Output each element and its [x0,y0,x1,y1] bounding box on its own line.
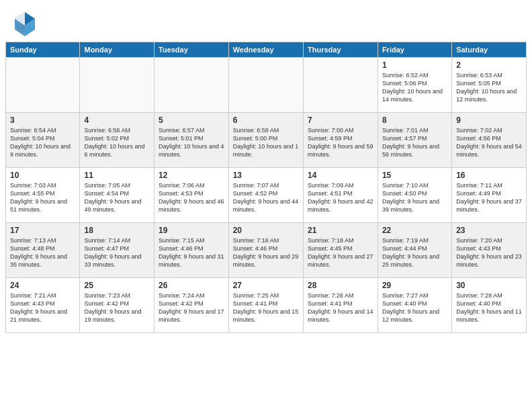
weekday-header-sunday: Sunday [6,42,80,58]
day-info: Sunrise: 6:56 AM Sunset: 5:02 PM Dayligh… [84,126,150,159]
day-cell [6,58,80,113]
calendar-outer: SundayMondayTuesdayWednesdayThursdayFrid… [0,42,532,338]
day-number: 20 [233,226,299,235]
day-cell: 3Sunrise: 6:54 AM Sunset: 5:04 PM Daylig… [6,113,80,168]
day-number: 4 [84,116,150,125]
day-cell: 5Sunrise: 6:57 AM Sunset: 5:01 PM Daylig… [154,113,229,168]
day-cell: 16Sunrise: 7:11 AM Sunset: 4:49 PM Dayli… [452,168,527,223]
day-info: Sunrise: 7:09 AM Sunset: 4:51 PM Dayligh… [308,181,373,214]
day-cell: 24Sunrise: 7:21 AM Sunset: 4:43 PM Dayli… [6,278,80,333]
day-cell: 18Sunrise: 7:14 AM Sunset: 4:47 PM Dayli… [80,223,154,278]
day-number: 2 [456,60,522,70]
day-number: 28 [308,281,373,290]
day-info: Sunrise: 7:18 AM Sunset: 4:45 PM Dayligh… [308,236,373,269]
logo-icon [13,11,36,36]
day-number: 8 [382,116,447,125]
day-cell: 8Sunrise: 7:01 AM Sunset: 4:57 PM Daylig… [378,113,451,168]
day-cell: 14Sunrise: 7:09 AM Sunset: 4:51 PM Dayli… [304,168,378,223]
day-number: 14 [308,171,373,180]
day-number: 21 [308,226,373,235]
day-number: 26 [159,281,224,290]
day-info: Sunrise: 7:21 AM Sunset: 4:43 PM Dayligh… [10,291,75,324]
day-number: 10 [10,171,75,180]
day-cell: 19Sunrise: 7:15 AM Sunset: 4:46 PM Dayli… [154,223,229,278]
day-cell: 20Sunrise: 7:16 AM Sunset: 4:46 PM Dayli… [228,223,303,278]
day-cell: 15Sunrise: 7:10 AM Sunset: 4:50 PM Dayli… [378,168,451,223]
day-cell [304,58,378,113]
weekday-header-monday: Monday [80,42,154,58]
calendar-week-1: 1Sunrise: 6:52 AM Sunset: 5:06 PM Daylig… [6,58,527,113]
day-cell: 7Sunrise: 7:00 AM Sunset: 4:59 PM Daylig… [304,113,378,168]
day-number: 9 [456,116,522,125]
day-cell: 13Sunrise: 7:07 AM Sunset: 4:52 PM Dayli… [228,168,303,223]
day-cell: 4Sunrise: 6:56 AM Sunset: 5:02 PM Daylig… [80,113,154,168]
day-cell: 22Sunrise: 7:19 AM Sunset: 4:44 PM Dayli… [378,223,451,278]
calendar-week-3: 10Sunrise: 7:03 AM Sunset: 4:55 PM Dayli… [6,168,527,223]
day-number: 12 [159,171,224,180]
page-container: SundayMondayTuesdayWednesdayThursdayFrid… [0,0,532,338]
day-info: Sunrise: 7:27 AM Sunset: 4:40 PM Dayligh… [382,291,447,324]
day-number: 27 [233,281,299,290]
day-cell: 27Sunrise: 7:25 AM Sunset: 4:41 PM Dayli… [228,278,303,333]
day-number: 7 [308,116,373,125]
day-info: Sunrise: 7:14 AM Sunset: 4:47 PM Dayligh… [84,236,150,269]
day-number: 23 [456,226,522,235]
day-number: 16 [456,171,522,180]
day-cell [154,58,229,113]
day-cell [80,58,154,113]
day-info: Sunrise: 7:00 AM Sunset: 4:59 PM Dayligh… [308,126,373,159]
day-info: Sunrise: 7:02 AM Sunset: 4:56 PM Dayligh… [456,126,522,159]
day-info: Sunrise: 7:13 AM Sunset: 4:48 PM Dayligh… [10,236,75,269]
day-cell: 11Sunrise: 7:05 AM Sunset: 4:54 PM Dayli… [80,168,154,223]
day-info: Sunrise: 6:58 AM Sunset: 5:00 PM Dayligh… [233,126,299,159]
day-info: Sunrise: 7:20 AM Sunset: 4:43 PM Dayligh… [456,236,522,269]
day-info: Sunrise: 7:07 AM Sunset: 4:52 PM Dayligh… [233,181,299,214]
day-cell: 25Sunrise: 7:23 AM Sunset: 4:42 PM Dayli… [80,278,154,333]
day-cell: 29Sunrise: 7:27 AM Sunset: 4:40 PM Dayli… [378,278,451,333]
day-info: Sunrise: 6:53 AM Sunset: 5:05 PM Dayligh… [456,71,522,104]
day-number: 18 [84,226,150,235]
calendar-body: 1Sunrise: 6:52 AM Sunset: 5:06 PM Daylig… [6,58,527,333]
calendar-week-5: 24Sunrise: 7:21 AM Sunset: 4:43 PM Dayli… [6,278,527,333]
weekday-header-saturday: Saturday [452,42,527,58]
weekday-header-thursday: Thursday [304,42,378,58]
day-cell: 10Sunrise: 7:03 AM Sunset: 4:55 PM Dayli… [6,168,80,223]
day-info: Sunrise: 7:16 AM Sunset: 4:46 PM Dayligh… [233,236,299,269]
day-info: Sunrise: 6:52 AM Sunset: 5:06 PM Dayligh… [382,71,447,104]
calendar-table: SundayMondayTuesdayWednesdayThursdayFrid… [5,42,527,333]
day-number: 24 [10,281,75,290]
day-info: Sunrise: 7:05 AM Sunset: 4:54 PM Dayligh… [84,181,150,214]
day-number: 17 [10,226,75,235]
day-info: Sunrise: 6:57 AM Sunset: 5:01 PM Dayligh… [159,126,224,159]
day-info: Sunrise: 7:19 AM Sunset: 4:44 PM Dayligh… [382,236,447,269]
day-number: 5 [159,116,224,125]
day-cell: 1Sunrise: 6:52 AM Sunset: 5:06 PM Daylig… [378,58,451,113]
day-info: Sunrise: 7:15 AM Sunset: 4:46 PM Dayligh… [159,236,224,269]
day-info: Sunrise: 7:03 AM Sunset: 4:55 PM Dayligh… [10,181,75,214]
day-number: 25 [84,281,150,290]
day-cell: 2Sunrise: 6:53 AM Sunset: 5:05 PM Daylig… [452,58,527,113]
day-number: 3 [10,116,75,125]
day-info: Sunrise: 7:06 AM Sunset: 4:53 PM Dayligh… [159,181,224,214]
weekday-header-wednesday: Wednesday [228,42,303,58]
day-cell: 30Sunrise: 7:28 AM Sunset: 4:40 PM Dayli… [452,278,527,333]
day-cell: 9Sunrise: 7:02 AM Sunset: 4:56 PM Daylig… [452,113,527,168]
day-number: 29 [382,281,447,290]
day-info: Sunrise: 7:01 AM Sunset: 4:57 PM Dayligh… [382,126,447,159]
day-info: Sunrise: 7:26 AM Sunset: 4:41 PM Dayligh… [308,291,373,324]
header [0,0,532,42]
day-number: 19 [159,226,224,235]
weekday-header-tuesday: Tuesday [154,42,229,58]
day-number: 30 [456,281,522,290]
day-number: 6 [233,116,299,125]
weekday-header-row: SundayMondayTuesdayWednesdayThursdayFrid… [6,42,527,58]
day-number: 15 [382,171,447,180]
weekday-header-friday: Friday [378,42,451,58]
day-info: Sunrise: 7:11 AM Sunset: 4:49 PM Dayligh… [456,181,522,214]
day-info: Sunrise: 6:54 AM Sunset: 5:04 PM Dayligh… [10,126,75,159]
calendar-header: SundayMondayTuesdayWednesdayThursdayFrid… [6,42,527,58]
day-number: 11 [84,171,150,180]
logo [13,11,36,36]
day-info: Sunrise: 7:28 AM Sunset: 4:40 PM Dayligh… [456,291,522,324]
day-info: Sunrise: 7:25 AM Sunset: 4:41 PM Dayligh… [233,291,299,324]
